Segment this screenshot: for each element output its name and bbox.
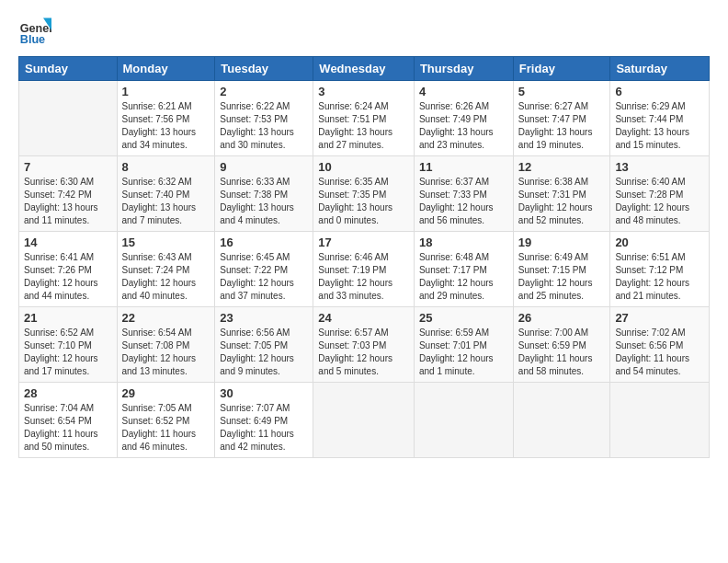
day-info: Sunrise: 6:40 AM Sunset: 7:28 PM Dayligh… [615, 176, 704, 227]
calendar-cell: 28Sunrise: 7:04 AM Sunset: 6:54 PM Dayli… [19, 383, 118, 458]
week-row-2: 7Sunrise: 6:30 AM Sunset: 7:42 PM Daylig… [19, 156, 710, 232]
day-info: Sunrise: 6:22 AM Sunset: 7:53 PM Dayligh… [220, 100, 308, 152]
day-number: 7 [24, 160, 112, 174]
day-number: 13 [615, 160, 704, 174]
day-info: Sunrise: 6:54 AM Sunset: 7:08 PM Dayligh… [122, 327, 210, 378]
day-number: 21 [24, 311, 112, 325]
day-number: 25 [419, 311, 508, 325]
day-info: Sunrise: 7:00 AM Sunset: 6:59 PM Dayligh… [518, 327, 606, 378]
calendar-cell: 20Sunrise: 6:51 AM Sunset: 7:12 PM Dayli… [610, 232, 710, 307]
day-info: Sunrise: 7:07 AM Sunset: 6:49 PM Dayligh… [220, 402, 308, 454]
calendar-cell: 14Sunrise: 6:41 AM Sunset: 7:26 PM Dayli… [19, 232, 118, 307]
week-row-3: 14Sunrise: 6:41 AM Sunset: 7:26 PM Dayli… [19, 232, 710, 307]
calendar-cell [610, 383, 710, 458]
day-info: Sunrise: 6:21 AM Sunset: 7:56 PM Dayligh… [122, 100, 210, 152]
calendar-cell: 7Sunrise: 6:30 AM Sunset: 7:42 PM Daylig… [19, 156, 118, 232]
day-number: 16 [220, 236, 308, 249]
weekday-header-sunday: Sunday [19, 57, 118, 81]
day-number: 12 [518, 160, 606, 174]
day-number: 19 [518, 236, 606, 249]
day-info: Sunrise: 6:26 AM Sunset: 7:49 PM Dayligh… [419, 100, 508, 152]
calendar-cell: 11Sunrise: 6:37 AM Sunset: 7:33 PM Dayli… [414, 156, 513, 232]
day-number: 5 [518, 85, 606, 98]
day-info: Sunrise: 6:35 AM Sunset: 7:35 PM Dayligh… [318, 176, 409, 227]
day-number: 10 [318, 160, 409, 174]
calendar-cell: 24Sunrise: 6:57 AM Sunset: 7:03 PM Dayli… [313, 307, 415, 383]
calendar-cell: 8Sunrise: 6:32 AM Sunset: 7:40 PM Daylig… [117, 156, 215, 232]
day-info: Sunrise: 6:48 AM Sunset: 7:17 PM Dayligh… [419, 251, 508, 303]
calendar-cell: 10Sunrise: 6:35 AM Sunset: 7:35 PM Dayli… [313, 156, 415, 232]
day-info: Sunrise: 7:04 AM Sunset: 6:54 PM Dayligh… [24, 402, 112, 454]
calendar-cell: 22Sunrise: 6:54 AM Sunset: 7:08 PM Dayli… [117, 307, 215, 383]
day-info: Sunrise: 6:29 AM Sunset: 7:44 PM Dayligh… [615, 100, 704, 152]
day-info: Sunrise: 6:24 AM Sunset: 7:51 PM Dayligh… [318, 100, 409, 152]
weekday-header-friday: Friday [513, 57, 610, 81]
day-number: 28 [24, 386, 112, 400]
day-info: Sunrise: 6:38 AM Sunset: 7:31 PM Dayligh… [518, 176, 606, 227]
calendar-cell: 12Sunrise: 6:38 AM Sunset: 7:31 PM Dayli… [513, 156, 610, 232]
calendar-cell: 25Sunrise: 6:59 AM Sunset: 7:01 PM Dayli… [414, 307, 513, 383]
weekday-header-monday: Monday [117, 57, 215, 81]
calendar-cell [313, 383, 415, 458]
day-info: Sunrise: 6:37 AM Sunset: 7:33 PM Dayligh… [419, 176, 508, 227]
calendar-cell: 3Sunrise: 6:24 AM Sunset: 7:51 PM Daylig… [313, 81, 415, 156]
calendar-cell: 19Sunrise: 6:49 AM Sunset: 7:15 PM Dayli… [513, 232, 610, 307]
calendar-cell: 5Sunrise: 6:27 AM Sunset: 7:47 PM Daylig… [513, 81, 610, 156]
day-number: 9 [220, 160, 308, 174]
calendar-cell: 17Sunrise: 6:46 AM Sunset: 7:19 PM Dayli… [313, 232, 415, 307]
calendar-cell: 9Sunrise: 6:33 AM Sunset: 7:38 PM Daylig… [215, 156, 313, 232]
day-info: Sunrise: 6:52 AM Sunset: 7:10 PM Dayligh… [24, 327, 112, 378]
calendar-cell [414, 383, 513, 458]
day-info: Sunrise: 7:05 AM Sunset: 6:52 PM Dayligh… [122, 402, 210, 454]
week-row-5: 28Sunrise: 7:04 AM Sunset: 6:54 PM Dayli… [19, 383, 710, 458]
day-number: 2 [220, 85, 308, 98]
day-number: 23 [220, 311, 308, 325]
weekday-header-tuesday: Tuesday [215, 57, 313, 81]
calendar-cell: 13Sunrise: 6:40 AM Sunset: 7:28 PM Dayli… [610, 156, 710, 232]
calendar-cell: 26Sunrise: 7:00 AM Sunset: 6:59 PM Dayli… [513, 307, 610, 383]
calendar-cell: 18Sunrise: 6:48 AM Sunset: 7:17 PM Dayli… [414, 232, 513, 307]
calendar-cell: 16Sunrise: 6:45 AM Sunset: 7:22 PM Dayli… [215, 232, 313, 307]
calendar-cell: 4Sunrise: 6:26 AM Sunset: 7:49 PM Daylig… [414, 81, 513, 156]
weekday-header-wednesday: Wednesday [313, 57, 415, 81]
day-number: 29 [122, 386, 210, 400]
day-number: 1 [122, 85, 210, 98]
calendar-cell: 6Sunrise: 6:29 AM Sunset: 7:44 PM Daylig… [610, 81, 710, 156]
day-info: Sunrise: 6:51 AM Sunset: 7:12 PM Dayligh… [615, 251, 704, 303]
calendar-cell: 30Sunrise: 7:07 AM Sunset: 6:49 PM Dayli… [215, 383, 313, 458]
calendar-cell: 2Sunrise: 6:22 AM Sunset: 7:53 PM Daylig… [215, 81, 313, 156]
day-number: 11 [419, 160, 508, 174]
day-number: 26 [518, 311, 606, 325]
day-info: Sunrise: 7:02 AM Sunset: 6:56 PM Dayligh… [615, 327, 704, 378]
logo: General Blue [18, 14, 51, 47]
calendar-cell: 15Sunrise: 6:43 AM Sunset: 7:24 PM Dayli… [117, 232, 215, 307]
week-row-4: 21Sunrise: 6:52 AM Sunset: 7:10 PM Dayli… [19, 307, 710, 383]
day-info: Sunrise: 6:45 AM Sunset: 7:22 PM Dayligh… [220, 251, 308, 303]
calendar-cell [513, 383, 610, 458]
week-row-1: 1Sunrise: 6:21 AM Sunset: 7:56 PM Daylig… [19, 81, 710, 156]
day-info: Sunrise: 6:46 AM Sunset: 7:19 PM Dayligh… [318, 251, 409, 303]
day-number: 27 [615, 311, 704, 325]
weekday-header-row: SundayMondayTuesdayWednesdayThursdayFrid… [19, 57, 710, 81]
day-number: 18 [419, 236, 508, 249]
day-number: 6 [615, 85, 704, 98]
day-number: 20 [615, 236, 704, 249]
day-number: 4 [419, 85, 508, 98]
day-info: Sunrise: 6:32 AM Sunset: 7:40 PM Dayligh… [122, 176, 210, 227]
calendar-cell: 29Sunrise: 7:05 AM Sunset: 6:52 PM Dayli… [117, 383, 215, 458]
day-number: 22 [122, 311, 210, 325]
day-info: Sunrise: 6:57 AM Sunset: 7:03 PM Dayligh… [318, 327, 409, 378]
day-number: 8 [122, 160, 210, 174]
header: General Blue [18, 14, 710, 47]
day-number: 24 [318, 311, 409, 325]
svg-text:Blue: Blue [20, 33, 45, 46]
day-info: Sunrise: 6:43 AM Sunset: 7:24 PM Dayligh… [122, 251, 210, 303]
calendar-cell: 27Sunrise: 7:02 AM Sunset: 6:56 PM Dayli… [610, 307, 710, 383]
calendar-cell [19, 81, 118, 156]
day-number: 3 [318, 85, 409, 98]
calendar-table: SundayMondayTuesdayWednesdayThursdayFrid… [18, 56, 710, 458]
calendar-cell: 1Sunrise: 6:21 AM Sunset: 7:56 PM Daylig… [117, 81, 215, 156]
day-info: Sunrise: 6:56 AM Sunset: 7:05 PM Dayligh… [220, 327, 308, 378]
day-info: Sunrise: 6:30 AM Sunset: 7:42 PM Dayligh… [24, 176, 112, 227]
day-info: Sunrise: 6:33 AM Sunset: 7:38 PM Dayligh… [220, 176, 308, 227]
